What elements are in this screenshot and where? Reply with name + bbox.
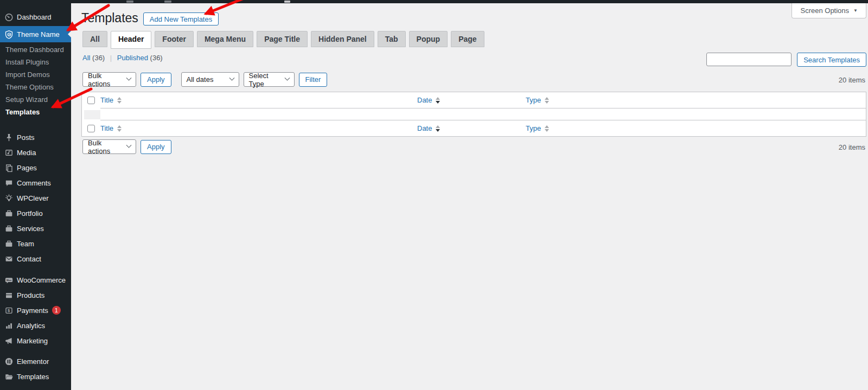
search-templates-input[interactable] — [706, 53, 792, 66]
sidebar-item-elementor[interactable]: Elementor — [0, 354, 71, 369]
items-count: 20 items — [839, 76, 865, 84]
column-date-sort[interactable]: Date — [417, 96, 440, 104]
select-all-checkbox[interactable] — [87, 97, 95, 104]
tab-page[interactable]: Page — [451, 31, 484, 47]
sidebar-item-label: Theme Name — [17, 30, 60, 39]
view-separator: | — [110, 54, 112, 62]
pages-icon — [4, 163, 14, 172]
tab-mega-menu[interactable]: Mega Menu — [197, 31, 253, 47]
column-date-sort[interactable]: Date — [417, 124, 440, 132]
sidebar-item-label: WooCommerce — [17, 276, 66, 284]
tab-footer[interactable]: Footer — [155, 31, 194, 47]
folder-icon — [4, 372, 14, 381]
tab-hidden-panel[interactable]: Hidden Panel — [311, 31, 374, 47]
sidebar-item-pages[interactable]: Pages — [0, 160, 71, 175]
search-templates-button[interactable]: Search Templates — [797, 53, 866, 67]
sidebar-subitem-setup-wizard[interactable]: Setup Wizard — [0, 93, 71, 106]
sidebar-item-label: Contact — [17, 255, 41, 263]
sidebar-group-commerce: Woo WooCommerce Products $ Payments 1 An… — [0, 272, 71, 348]
templates-table: Title Date Type — [81, 92, 866, 137]
bulk-actions-select-bottom[interactable]: Bulk actions — [82, 139, 136, 154]
sidebar-item-label: Posts — [17, 133, 35, 142]
sidebar-item-products[interactable]: Products — [0, 287, 71, 303]
sidebar-item-woocommerce[interactable]: Woo WooCommerce — [0, 272, 71, 287]
sidebar-item-label: Dashboard — [17, 13, 52, 21]
briefcase-icon — [4, 239, 14, 248]
select-all-checkbox[interactable] — [87, 125, 95, 132]
view-all-link[interactable]: All — [82, 54, 90, 62]
sidebar-group-content: Posts Media Pages Comments WPClever Port… — [0, 130, 71, 266]
all-dates-select[interactable]: All dates — [181, 72, 239, 87]
page-title: Templates — [81, 11, 138, 26]
sidebar-item-label: Media — [17, 149, 36, 157]
sidebar-subitem-templates[interactable]: Templates — [0, 106, 71, 118]
view-all-count: (36) — [92, 54, 105, 62]
sidebar-item-media[interactable]: Media — [0, 145, 71, 160]
column-title-sort[interactable]: Title — [100, 124, 122, 132]
sidebar-item-templates[interactable]: Templates — [0, 369, 71, 384]
tab-popup[interactable]: Popup — [409, 31, 448, 47]
chevron-down-icon — [126, 75, 132, 81]
tab-all[interactable]: All — [82, 31, 107, 47]
sidebar-item-label: Payments — [17, 306, 48, 315]
filter-button[interactable]: Filter — [299, 73, 328, 87]
theme-submenu: Theme Dashboard Install Plugins Import D… — [0, 42, 71, 123]
sidebar-subitem-import-demos[interactable]: Import Demos — [0, 68, 71, 81]
table-empty-row — [82, 108, 866, 120]
sidebar-subitem-install-plugins[interactable]: Install Plugins — [0, 56, 71, 68]
wordpress-admin-screen: Dashboard Theme Name Theme Dashboard Ins… — [0, 0, 868, 390]
tab-page-title[interactable]: Page Title — [257, 31, 308, 47]
tab-tab[interactable]: Tab — [378, 31, 406, 47]
products-box-icon — [4, 291, 14, 300]
view-published-link[interactable]: Published — [117, 54, 148, 62]
sidebar-item-services[interactable]: Services — [0, 221, 71, 236]
column-label: Title — [100, 96, 113, 104]
comments-icon — [4, 178, 14, 188]
subitem-label: Theme Dashboard — [5, 46, 64, 54]
apply-button[interactable]: Apply — [141, 73, 171, 87]
column-type-sort[interactable]: Type — [526, 124, 549, 132]
sidebar-item-dashboard[interactable]: Dashboard — [0, 9, 71, 25]
sidebar-item-comments[interactable]: Comments — [0, 175, 71, 190]
sort-icon — [436, 97, 440, 104]
sidebar-item-wpclever[interactable]: WPClever — [0, 190, 71, 206]
select-type-select[interactable]: Select Type — [244, 72, 295, 87]
column-label: Type — [526, 96, 541, 104]
column-type-sort[interactable]: Type — [526, 96, 549, 104]
admin-sidebar: Dashboard Theme Name Theme Dashboard Ins… — [0, 3, 71, 390]
sidebar-item-posts[interactable]: Posts — [0, 130, 71, 145]
bulk-actions-select[interactable]: Bulk actions — [82, 72, 136, 87]
subitem-label: Templates — [5, 108, 40, 116]
sidebar-item-portfolio[interactable]: Portfolio — [0, 206, 71, 221]
sidebar-item-contact[interactable]: Contact — [0, 251, 71, 266]
sort-icon — [436, 125, 440, 132]
sidebar-item-payments[interactable]: $ Payments 1 — [0, 303, 71, 318]
tab-header[interactable]: Header — [111, 31, 151, 49]
column-label: Type — [526, 124, 541, 132]
shield-check-icon — [4, 30, 14, 39]
chevron-down-icon — [284, 75, 290, 81]
sort-icon — [117, 97, 122, 104]
dashboard-icon — [4, 12, 14, 22]
sidebar-item-label: Portfolio — [17, 209, 43, 218]
apply-button-bottom[interactable]: Apply — [141, 140, 171, 154]
table-header-row: Title Date Type — [82, 92, 866, 108]
admin-bar-icon — [126, 1, 133, 3]
pushpin-icon — [4, 133, 14, 142]
sidebar-subitem-theme-options[interactable]: Theme Options — [0, 81, 71, 93]
add-new-templates-button[interactable]: Add New Templates — [143, 12, 219, 25]
select-type-value: Select Type — [249, 72, 278, 88]
screen-options-button[interactable]: Screen Options ▼ — [792, 3, 866, 18]
sidebar-item-marketing[interactable]: Marketing — [0, 333, 71, 348]
sidebar-item-label: Team — [17, 240, 34, 248]
view-published-count: (36) — [150, 54, 163, 62]
subitem-label: Import Demos — [5, 71, 50, 79]
row-placeholder — [84, 110, 100, 119]
sidebar-item-theme-name[interactable]: Theme Name — [0, 26, 71, 42]
screen-options-label: Screen Options — [800, 7, 849, 15]
sidebar-item-analytics[interactable]: Analytics — [0, 318, 71, 333]
column-title-sort[interactable]: Title — [100, 96, 122, 104]
sidebar-item-team[interactable]: Team — [0, 236, 71, 251]
woocommerce-icon: Woo — [4, 276, 14, 285]
sidebar-subitem-theme-dashboard[interactable]: Theme Dashboard — [0, 43, 71, 56]
